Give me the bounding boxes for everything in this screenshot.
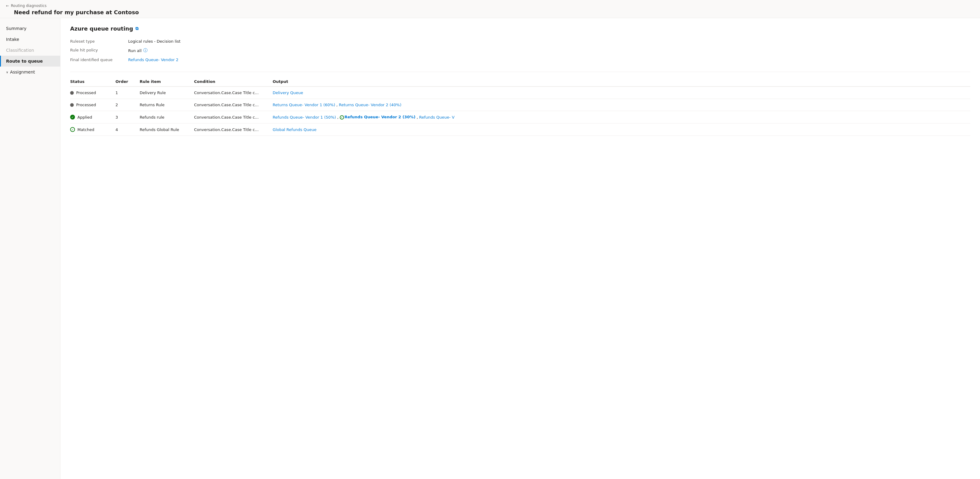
app-container: ← Routing diagnostics Need refund for my… <box>0 0 980 479</box>
status-cell: ✓ Matched <box>70 127 116 132</box>
page-header: ← Routing diagnostics Need refund for my… <box>0 0 980 18</box>
col-rule-item: Rule item <box>140 79 194 84</box>
order-cell: 4 <box>116 128 140 132</box>
section-title-row: Azure queue routing ⧉ <box>70 26 970 32</box>
output-cell: Refunds Queue- Vendor 1 (50%) , ✓Refunds… <box>273 115 970 120</box>
page-title: Need refund for my purchase at Contoso <box>14 9 974 16</box>
condition-cell: Conversation.Case.Case Title c... <box>194 115 273 120</box>
status-check-applied: ✓ <box>70 115 75 120</box>
output-link[interactable]: Returns Queue- Vendor 1 (60%) <box>273 102 335 107</box>
rule-hit-policy-text: Run all <box>128 48 142 53</box>
output-link[interactable]: Refunds Queue- Vendor 1 (50%) <box>273 115 336 120</box>
output-link[interactable]: Delivery Queue <box>273 91 303 95</box>
section-title-text: Azure queue routing <box>70 26 133 32</box>
table-row: ✓ Matched 4 Refunds Global Rule Conversa… <box>70 123 970 136</box>
info-grid: Ruleset type Logical rules - Decision li… <box>70 38 970 63</box>
sidebar-item-classification: Classification <box>0 45 60 56</box>
output-link[interactable]: Returns Queue- Vendor 2 (40%) <box>339 102 401 107</box>
col-status: Status <box>70 79 116 84</box>
external-link-icon[interactable]: ⧉ <box>135 26 138 31</box>
output-cell: Delivery Queue <box>273 91 970 95</box>
sidebar-item-label: Route to queue <box>6 59 43 64</box>
back-button[interactable]: ← <box>6 4 9 8</box>
rule-hit-policy-label: Rule hit policy <box>70 46 124 54</box>
status-check-matched: ✓ <box>70 127 75 132</box>
output-separator: , <box>337 115 338 120</box>
col-order: Order <box>116 79 140 84</box>
condition-cell: Conversation.Case.Case Title c... <box>194 128 273 132</box>
final-queue-value[interactable]: Refunds Queue- Vendor 2 <box>128 56 970 63</box>
status-label: Matched <box>77 128 94 132</box>
status-dot-processed <box>70 103 74 107</box>
order-cell: 2 <box>116 102 140 107</box>
breadcrumb: ← Routing diagnostics <box>6 4 974 8</box>
ruleset-type-label: Ruleset type <box>70 38 124 45</box>
main-content: Azure queue routing ⧉ Ruleset type Logic… <box>60 18 980 479</box>
rule-hit-policy-info-icon[interactable]: ⓘ <box>143 48 148 53</box>
rule-item-cell: Returns Rule <box>140 102 194 107</box>
output-cell: Global Refunds Queue <box>273 128 970 132</box>
output-separator: , <box>417 115 418 120</box>
rule-item-cell: Refunds Global Rule <box>140 128 194 132</box>
rule-item-cell: Refunds rule <box>140 115 194 120</box>
order-cell: 1 <box>116 91 140 95</box>
status-cell: Processed <box>70 102 116 107</box>
table-rows: Processed 1 Delivery Rule Conversation.C… <box>70 87 970 136</box>
breadcrumb-parent: Routing diagnostics <box>11 4 46 8</box>
order-cell: 3 <box>116 115 140 120</box>
condition-cell: Conversation.Case.Case Title c... <box>194 102 273 107</box>
ruleset-type-value: Logical rules - Decision list <box>128 38 970 45</box>
rule-item-cell: Delivery Rule <box>140 91 194 95</box>
status-dot-processed <box>70 91 74 95</box>
content-area: SummaryIntakeClassificationRoute to queu… <box>0 18 980 479</box>
table-header: Status Order Rule item Condition Output <box>70 77 970 87</box>
output-link[interactable]: Refunds Queue- V <box>419 115 455 120</box>
col-condition: Condition <box>194 79 273 84</box>
status-cell: Processed <box>70 91 116 95</box>
sidebar-item-intake[interactable]: Intake <box>0 34 60 45</box>
status-label: Processed <box>76 91 96 95</box>
sidebar-item-label: Classification <box>6 48 34 53</box>
final-queue-label: Final identified queue <box>70 56 124 63</box>
sidebar-item-label: Intake <box>6 37 19 42</box>
col-output: Output <box>273 79 970 84</box>
condition-cell: Conversation.Case.Case Title c... <box>194 91 273 95</box>
status-cell: ✓ Applied <box>70 115 116 120</box>
sidebar-item-route-to-queue[interactable]: Route to queue <box>0 56 60 67</box>
sidebar: SummaryIntakeClassificationRoute to queu… <box>0 18 60 479</box>
output-check-icon: ✓ <box>340 115 344 120</box>
output-cell: Returns Queue- Vendor 1 (60%) , Returns … <box>273 102 970 107</box>
status-label: Processed <box>76 102 96 107</box>
sidebar-item-label: Summary <box>6 26 27 31</box>
sidebar-item-label: Assignment <box>10 70 35 74</box>
sidebar-item-summary[interactable]: Summary <box>0 23 60 34</box>
routing-table: Status Order Rule item Condition Output … <box>70 77 970 136</box>
divider <box>70 72 970 72</box>
chevron-icon: ∨ <box>6 70 8 74</box>
rule-hit-policy-value-row: Run all ⓘ <box>128 46 970 54</box>
status-label: Applied <box>77 115 92 120</box>
table-row: ✓ Applied 3 Refunds rule Conversation.Ca… <box>70 111 970 123</box>
output-link[interactable]: ✓Refunds Queue- Vendor 2 (30%) <box>340 115 416 120</box>
sidebar-item-assignment[interactable]: ∨Assignment <box>0 67 60 77</box>
output-separator: , <box>336 102 338 107</box>
output-link[interactable]: Global Refunds Queue <box>273 128 317 132</box>
table-row: Processed 1 Delivery Rule Conversation.C… <box>70 87 970 99</box>
table-row: Processed 2 Returns Rule Conversation.Ca… <box>70 99 970 111</box>
